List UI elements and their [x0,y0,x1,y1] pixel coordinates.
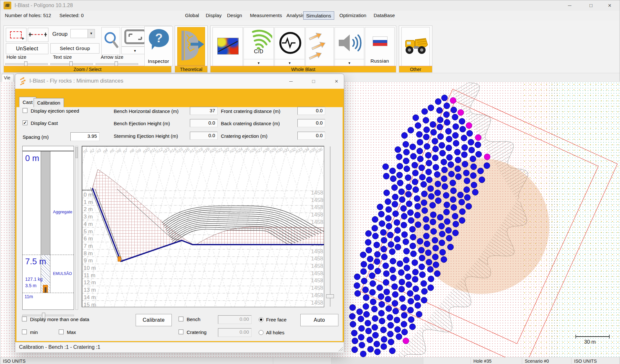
rect-select-button[interactable]: + [6,28,26,42]
window-title: I-Blast - Polígono 10.1.28 [15,3,73,8]
title-bar: IB I-Blast - Polígono 10.1.28 ─ □ × [0,0,620,11]
bench-value-input[interactable]: 0.00 [218,315,252,324]
tab-calibration[interactable]: Calibration [34,98,64,107]
cratering-ejection-label: Cratering ejection (m) [221,133,267,139]
max-checkbox[interactable] [59,329,64,334]
close-icon[interactable]: × [602,0,617,11]
min-label: min [30,329,38,335]
charge-weight-label: 127.1 kg [25,277,43,282]
spacing-input[interactable]: 3.95 [70,132,99,141]
text-size-label: Text size [53,54,72,60]
total-depth-label: 11m [25,294,33,299]
bench-horizontal-distance-label: Bench Horizontal distance (m) [114,108,179,114]
svg-text:6 m: 6 m [84,236,93,242]
chart-vertical-slider[interactable] [326,147,334,307]
vibration-map-icon [217,38,239,55]
bench-checkbox[interactable] [179,317,183,321]
view-tab[interactable]: Vie [2,74,14,82]
zoom-tool-button[interactable] [101,27,120,55]
dump-truck-icon [403,35,429,58]
dialog-tab-band: Cast Calibration [15,89,344,107]
dialog-title-bar[interactable]: I-Blast - Fly rocks : Minimum distances … [15,74,344,89]
unselect-button[interactable]: UnSelect [6,43,48,54]
arrow-size-slider[interactable] [96,63,138,65]
theoretical-button[interactable] [177,27,205,66]
heatmap-button[interactable] [212,27,243,66]
noise-button[interactable]: ▼ [335,27,364,66]
resize-grip[interactable] [338,347,343,351]
fly-rocks-dialog: I-Blast - Fly rocks : Minimum distances … [15,74,344,352]
bench-ejection-height-input[interactable]: 0.0 [190,119,218,127]
group-theoretical: Theoretical [175,25,208,73]
toolbar: + UnSelect Group ▼ Select Group [0,20,620,73]
group-other: Other [399,25,432,73]
svg-text:8 m: 8 m [84,250,93,257]
minimize-icon[interactable]: ─ [562,0,577,11]
menu-global[interactable]: Global [182,11,202,20]
bench-horizontal-distance-input[interactable]: 37 [190,107,218,115]
cratering-ejection-input[interactable]: 0.0 [297,132,325,140]
cratering-value-input[interactable]: 0.00 [218,328,252,337]
chevron-down-icon: ▼ [348,61,351,65]
menu-design[interactable]: Design [224,11,245,20]
cd-dropdown[interactable]: ▼ [244,59,274,66]
group-dropdown[interactable]: ▼ [70,29,95,38]
svg-text:1458: 1458 [311,263,323,269]
menu-measurements[interactable]: Measurements [247,11,284,20]
trajectory-chart[interactable]: 0 m14581 m14582 m14583 m14584 m14585 m14… [82,146,324,307]
menu-optimization[interactable]: Optimization [337,11,369,20]
svg-text:1458: 1458 [311,292,323,298]
menu-bar: Number of holes: 512 Selected: 0 GlobalD… [0,11,620,20]
status-bar: ISO UNITS Hole #35 Scenario #0 ISO UNITS [0,357,620,364]
dialog-title: I-Blast - Fly rocks : Minimum distances [29,78,123,84]
display-more-data-checkbox[interactable] [22,317,27,321]
display-ejection-speed-checkbox[interactable] [23,108,27,113]
truck-button[interactable] [401,27,430,66]
all-holes-radio[interactable] [259,330,264,335]
measure-button[interactable] [28,28,48,42]
menu-simulations[interactable]: Simulations [303,11,334,20]
menu-database[interactable]: DataBase [371,11,398,20]
detonator-icon [43,285,48,293]
cratering-label: Cratering [187,329,207,335]
charge-distance-button[interactable]: C/D ▼ [243,27,274,66]
menu-display[interactable]: Display [203,11,224,20]
seismograph-dropdown[interactable]: ▼ [275,59,305,66]
section-whole-blast-label: Whole Blast [211,66,396,72]
inspector-button[interactable]: ? Inspector [144,26,173,66]
svg-text:15 m: 15 m [84,302,96,308]
free-face-radio[interactable] [259,317,264,322]
min-checkbox[interactable] [22,329,27,334]
fly-rocks-button[interactable] [305,27,334,66]
front-cratering-distance-label: Front cratering distance (m) [221,108,280,114]
display-more-data-label: Display more than one data [30,317,89,322]
back-cratering-distance-input[interactable]: 0.0 [297,119,325,127]
maximize-icon[interactable]: □ [584,0,598,11]
svg-text:14 m: 14 m [84,294,96,300]
bench-label: Bench [187,317,201,322]
dialog-minimize-icon[interactable]: ─ [285,76,296,86]
select-group-button[interactable]: Select Group [50,43,99,54]
svg-text:1458: 1458 [311,212,323,218]
stemming-ejection-height-input[interactable]: 0.0 [190,132,218,140]
seismograph-button[interactable]: ▼ [274,27,305,66]
dialog-status-text: Calibration - Bench :1 - Cratering :1 [19,344,100,350]
borehole-scrollbar[interactable] [75,146,78,310]
display-cast-checkbox[interactable]: ✓ [23,120,27,125]
front-cratering-distance-input[interactable]: 0.0 [297,107,325,115]
speaker-icon [337,33,363,53]
dialog-close-icon[interactable]: × [331,76,342,86]
svg-text:1458: 1458 [311,300,323,306]
section-theoretical-label: Theoretical [175,66,207,72]
cratering-checkbox[interactable] [179,329,183,334]
text-size-slider[interactable] [50,63,93,65]
dialog-maximize-icon[interactable]: □ [308,76,319,86]
chevron-down-icon[interactable]: ▼ [88,29,95,38]
noise-dropdown[interactable]: ▼ [335,59,364,66]
slider-handle[interactable] [326,294,334,298]
hole-size-slider[interactable] [5,63,48,65]
auto-button[interactable]: Auto [300,314,338,326]
calibrate-button[interactable]: Calibrate [136,314,172,326]
svg-text:5 m: 5 m [84,228,93,235]
language-button[interactable]: Russian [365,27,395,66]
